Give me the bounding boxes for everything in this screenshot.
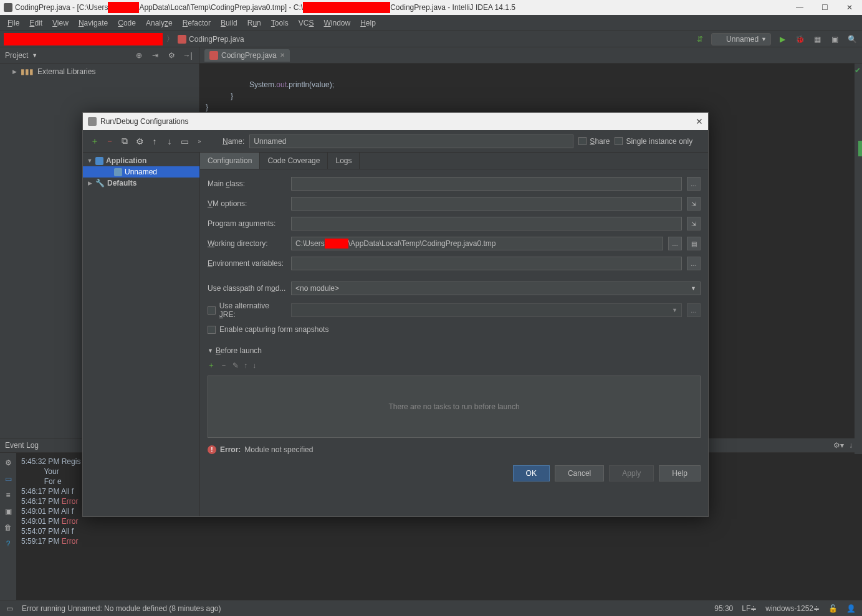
snapshots-checkbox[interactable]: Enable capturing form snapshots [208,325,328,334]
vm-options-input[interactable] [291,197,682,211]
tree-node-unnamed[interactable]: Unnamed [83,166,199,178]
remove-task-button[interactable]: － [220,360,227,371]
window-maximize-button[interactable]: ☐ [812,0,837,15]
name-input[interactable] [249,135,573,148]
java-file-icon [209,51,218,60]
window-close-button[interactable]: ✕ [837,0,862,15]
expand-options-icon[interactable]: » [194,136,205,147]
window-minimize-button[interactable]: — [787,0,812,15]
stop-button-icon[interactable]: ▣ [828,33,841,45]
menu-edit[interactable]: Edit [24,16,47,30]
run-button-icon[interactable]: ▶ [776,33,788,45]
make-button-icon[interactable]: ⇵ [694,33,706,45]
file-encoding[interactable]: windows-1252≑ [765,604,820,613]
redacted-user [325,239,348,249]
breadcrumb-label: CodingPrep.java [189,35,244,44]
editor-stripe-mark[interactable] [858,141,862,156]
browse-env-button[interactable]: … [687,257,701,270]
event-log-content[interactable]: 5:45:32 PM Regis Your For e5:46:17 PM Al… [16,453,85,600]
menu-refactor[interactable]: Refactor [178,16,216,30]
remove-config-button[interactable]: － [104,136,115,147]
ok-button[interactable]: OK [513,465,550,481]
dialog-close-button[interactable]: ✕ [696,116,703,126]
program-args-input[interactable] [291,217,682,230]
folder-button[interactable]: ▭ [179,136,190,147]
menu-vcs[interactable]: VCS [294,16,319,30]
scroll-from-source-icon[interactable]: ⊕ [133,49,145,62]
menu-navigate[interactable]: Navigate [74,16,113,30]
menu-code[interactable]: Code [113,16,141,30]
browse-main-class-button[interactable]: … [687,177,701,191]
debug-button-icon[interactable]: 🐞 [793,33,806,45]
config-tree[interactable]: ▼ Application Unnamed ▶ 🔧 Defaults [83,153,200,516]
tab-logs[interactable]: Logs [328,153,360,169]
unnamed-label: Unnamed [125,168,157,176]
inspection-profile-icon[interactable]: 👤 [846,604,856,613]
gear-icon[interactable]: ⚙ [165,49,178,62]
expand-vm-options-button[interactable]: ⇲ [687,197,701,211]
menu-file[interactable]: File [2,16,24,30]
move-down-button[interactable]: ↓ [164,136,175,147]
coverage-button-icon[interactable]: ▦ [811,33,823,45]
alt-jre-checkbox[interactable]: Use alternative JRE: [208,301,286,319]
run-config-selector[interactable]: Unnamed ▼ [711,33,771,45]
working-dir-input[interactable]: C:\Users \AppData\Local\Temp\CodingPrep.… [291,237,663,250]
main-class-input[interactable] [291,177,682,191]
help-icon[interactable]: ? [2,538,14,550]
gear-icon[interactable]: ⚙▾ [832,439,845,452]
move-up-button[interactable]: ↑ [149,136,160,147]
external-libraries-node[interactable]: ▶ ▮▮▮ External Libraries [5,66,194,77]
collapse-all-icon[interactable]: ⇥ [149,49,161,62]
hide-panel-icon[interactable]: →| [181,49,194,62]
line-separator[interactable]: LF≑ [742,604,757,613]
menu-view[interactable]: View [47,16,74,30]
project-view-dropdown[interactable]: ▼ [32,52,37,59]
dialog-titlebar[interactable]: Run/Debug Configurations ✕ [83,113,708,130]
search-everywhere-icon[interactable]: 🔍 [846,33,858,45]
hide-toolwindows-icon[interactable]: ▭ [6,604,13,613]
main-menu: File Edit View Navigate Code Analyze Ref… [0,15,862,31]
application-icon [95,157,103,165]
share-checkbox[interactable]: Share [578,137,610,146]
add-task-button[interactable]: ＋ [208,360,215,371]
menu-window[interactable]: Window [318,16,355,30]
trash-icon[interactable]: 🗑 [2,521,14,534]
module-select[interactable]: <no module> ▼ [291,282,701,295]
tree-node-defaults[interactable]: ▶ 🔧 Defaults [83,178,199,189]
cancel-button[interactable]: Cancel [555,465,604,481]
copy-config-button[interactable]: ⧉ [119,136,130,147]
browse-dir-button[interactable]: … [668,237,682,250]
expand-args-button[interactable]: ⇲ [687,217,701,230]
task-down-button[interactable]: ↓ [252,361,256,370]
tab-configuration[interactable]: Configuration [200,153,260,169]
readonly-toggle-icon[interactable]: 🔓 [828,604,838,613]
menu-run[interactable]: Run [242,16,266,30]
settings-icon[interactable]: ⚙ [2,457,14,469]
breadcrumb-file[interactable]: CodingPrep.java [178,35,244,44]
caret-position[interactable]: 95:30 [714,604,733,613]
mark-read-icon[interactable]: ▣ [2,505,14,518]
menu-analyze[interactable]: Analyze [141,16,178,30]
inspection-ok-icon[interactable]: ✔ [855,66,861,75]
close-tab-icon[interactable]: ✕ [280,52,285,59]
tab-code-coverage[interactable]: Code Coverage [260,153,328,169]
env-vars-input[interactable] [291,257,682,270]
balloon-icon[interactable]: ▭ [2,473,14,485]
menu-help[interactable]: Help [355,16,381,30]
run-config-icon [114,168,122,176]
before-launch-header[interactable]: ▼ Before launch [208,344,701,358]
macros-button[interactable]: ▤ [687,237,701,250]
add-config-button[interactable]: ＋ [89,136,100,147]
filter-icon[interactable]: ≡ [2,489,14,501]
help-button[interactable]: Help [659,465,701,481]
status-bar: ▭ Error running Unnamed: No module defin… [0,600,862,616]
single-instance-checkbox[interactable]: Single instance only [615,137,692,146]
menu-tools[interactable]: Tools [266,16,294,30]
edit-task-button[interactable]: ✎ [232,361,239,370]
menu-build[interactable]: Build [216,16,242,30]
editor-tab[interactable]: CodingPrep.java ✕ [204,49,290,62]
before-launch-list[interactable]: There are no tasks to run before launch [208,376,701,438]
save-config-button[interactable]: ⚙ [134,136,145,147]
task-up-button[interactable]: ↑ [244,361,247,370]
tree-node-application[interactable]: ▼ Application [83,155,199,166]
